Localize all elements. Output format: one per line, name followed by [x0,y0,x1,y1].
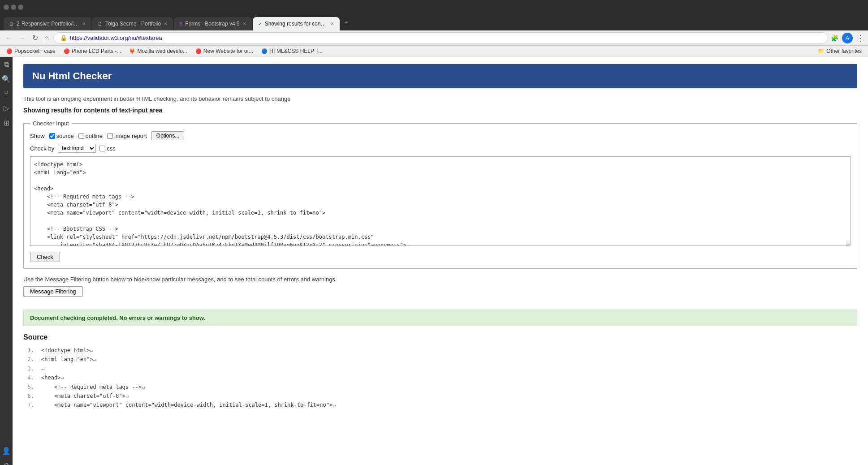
html-textarea[interactable]: <!doctype html> <html lang="en"> <head> … [30,156,851,246]
tab-favicon: 🗋 [9,21,14,26]
minimize-btn[interactable] [4,4,9,10]
css-checkbox-text: css [107,145,116,152]
css-checkbox[interactable] [99,146,105,151]
tab-label: Showing results for contents of... [265,21,328,27]
source-line-1: 1. <!doctype html>↵ [23,346,857,355]
options-button[interactable]: Options... [151,131,184,140]
app-layout: ⧉ 🔍 ⑂ ▷ ⊞ 👤 ⚙ Nu Html Checker This tool … [0,57,868,465]
settings-sidebar-icon[interactable]: ⚙ [3,461,9,465]
home-button[interactable]: ⌂ [43,33,51,43]
tab-close-icon[interactable]: ✕ [164,21,168,27]
bookmark-favicon: 🔵 [261,48,268,54]
git-icon[interactable]: ⑂ [4,90,9,98]
menu-icon[interactable]: ⋮ [856,33,864,43]
reload-button[interactable]: ↻ [30,33,40,43]
bookmark-popsocket[interactable]: 🔴 Popsocket+ case [4,47,58,55]
bookmark-label: Mozilla wed develo... [137,48,187,54]
debug-icon[interactable]: ▷ [4,104,9,112]
forward-button[interactable]: → [17,33,28,43]
tab-close-icon[interactable]: ✕ [82,21,86,27]
line-content: <meta name="viewport" content="width=dev… [41,400,336,409]
result-success-banner: Document checking completed. No errors o… [23,310,857,326]
image-report-checkbox[interactable] [107,133,113,139]
bookmark-new-website[interactable]: 🔴 New Website for or... [193,47,256,55]
checker-input-legend: Checker Input [30,120,72,127]
bookmark-favicon: 🔴 [64,48,70,54]
bookmark-phone-lcd[interactable]: 🔴 Phone LCD Parts -... [61,47,124,55]
nav-bar: ← → ↻ ⌂ 🔒 https://validator.w3.org/nu/#t… [0,30,868,46]
source-section: Source 1. <!doctype html>↵ 2. <html lang… [23,333,857,410]
extensions-sidebar-icon[interactable]: ⊞ [4,119,9,127]
check-by-select[interactable]: text input file upload address [58,144,96,153]
new-tab-button[interactable]: + [341,18,352,26]
bookmarks-bar: 🔴 Popsocket+ case 🔴 Phone LCD Parts -...… [0,46,868,57]
image-report-checkbox-text: image report [114,133,147,139]
line-number: 4. [23,373,34,382]
tab-validator[interactable]: ✓ Showing results for contents of... ✕ [253,17,340,30]
tab-portfolio[interactable]: 🗋 Tolga Secme - Portfolio ✕ [92,17,173,30]
message-filtering-button[interactable]: Message Filtering [23,286,83,297]
check-button[interactable]: Check [30,252,60,262]
outline-checkbox-label[interactable]: outline [78,133,103,139]
files-icon[interactable]: ⧉ [4,60,9,69]
result-message-text: Document checking completed. No errors o… [30,314,205,321]
bookmark-label: New Website for or... [203,48,253,54]
bookmark-mozilla[interactable]: 🦊 Mozilla wed develo... [126,47,190,55]
extensions-icon[interactable]: 🧩 [831,34,838,42]
check-by-row: Check by text input file upload address … [30,144,851,153]
message-filter-description: Use the Message Filtering button below t… [23,276,857,283]
line-number: 3. [23,364,34,373]
line-number: 6. [23,392,34,400]
outline-checkbox[interactable] [78,133,84,139]
css-checkbox-label[interactable]: css [99,145,116,152]
close-btn[interactable] [18,4,23,10]
tab-favicon: B [179,22,182,26]
tab-bootstrap[interactable]: B Forms · Bootstrap v4.5 ✕ [174,17,252,30]
page-content: Nu Html Checker This tool is an ongoing … [13,57,868,465]
other-favorites-label: Other favorites [826,48,862,54]
profile-icon[interactable]: A [842,33,853,43]
line-content: ↵ [41,364,44,373]
source-line-5: 5. <!-- Required meta tags -->↵ [23,383,857,392]
other-favorites[interactable]: 📁 Other favorites [815,47,864,55]
lock-icon: 🔒 [60,34,67,41]
show-label: Show [30,133,45,139]
showing-results-text: Showing results for contents of text-inp… [23,107,857,114]
bookmark-label: Phone LCD Parts -... [72,48,121,54]
tab-close-icon[interactable]: ✕ [330,21,334,27]
bookmark-html-css[interactable]: 🔵 HTML&CSS HELP T... [259,47,325,55]
line-number: 2. [23,355,34,364]
line-content: <!doctype html>↵ [41,346,93,355]
source-line-3: 3. ↵ [23,364,857,373]
tab-label: Tolga Secme - Portfolio [105,21,161,27]
line-content: <!-- Required meta tags -->↵ [41,383,145,392]
source-checkbox[interactable] [49,133,55,139]
image-report-checkbox-label[interactable]: image report [107,133,147,139]
source-section-title: Source [23,333,857,341]
search-sidebar-icon[interactable]: 🔍 [2,75,11,83]
bookmark-favicon: 🔴 [6,48,13,54]
tab-responsive-portfolio[interactable]: 🗋 2-Responsive-Portfolio/index.ht... ✕ [4,17,91,30]
maximize-btn[interactable] [11,4,16,10]
source-line-2: 2. <html lang="en">↵ [23,355,857,364]
source-line-4: 4. <head>↵ [23,373,857,382]
bookmark-favicon: 🦊 [129,48,135,54]
source-code-block: 1. <!doctype html>↵ 2. <html lang="en">↵… [23,346,857,410]
line-content: <html lang="en">↵ [41,355,96,364]
account-icon[interactable]: 👤 [2,447,11,455]
tab-favicon: ✓ [258,21,262,27]
tab-label: Forms · Bootstrap v4.5 [185,21,239,27]
back-button[interactable]: ← [4,33,14,43]
window-controls [4,4,23,10]
check-by-label: Check by [30,145,54,152]
title-bar [0,0,868,14]
nav-icons: 🧩 A ⋮ [831,33,864,43]
checker-title: Nu Html Checker [32,70,112,82]
tabs-bar: 🗋 2-Responsive-Portfolio/index.ht... ✕ 🗋… [0,14,868,30]
tool-description: This tool is an ongoing experiment in be… [23,95,857,102]
source-line-6: 6. <meta charset="utf-8">↵ [23,392,857,400]
address-bar[interactable]: 🔒 https://validator.w3.org/nu/#textarea [53,32,828,43]
line-content: <head>↵ [41,373,64,382]
tab-close-icon[interactable]: ✕ [242,21,246,27]
source-checkbox-label[interactable]: source [49,133,74,139]
